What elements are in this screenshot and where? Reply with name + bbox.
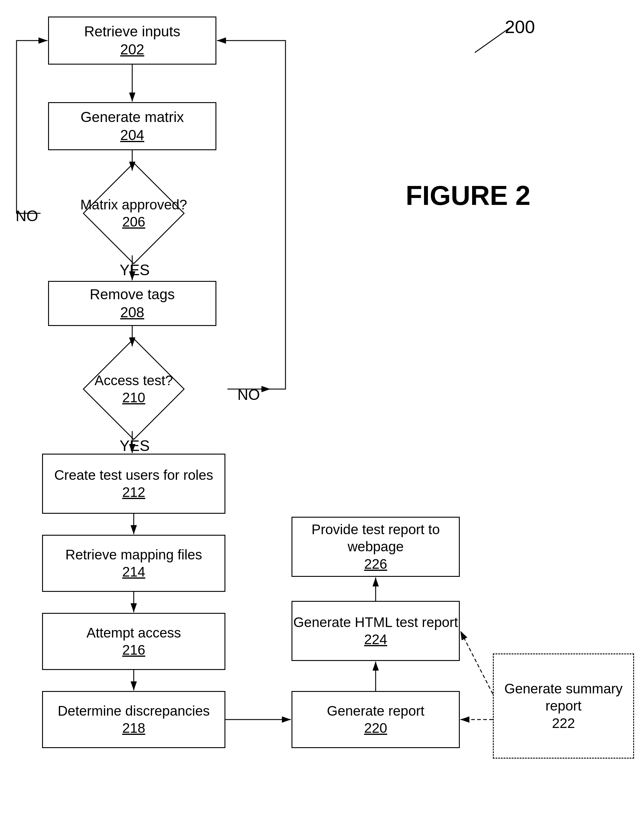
box-224-number: 224 <box>364 631 387 648</box>
figure-label: FIGURE 2 <box>406 180 530 211</box>
box-218-label: Determine discrepancies <box>58 703 210 720</box>
box-214-number: 214 <box>122 563 145 581</box>
box-216-label: Attempt access <box>86 624 181 642</box>
box-220: Generate report 220 <box>292 691 460 748</box>
box-214-label: Retrieve mapping files <box>65 546 202 564</box>
box-224-label: Generate HTML test report <box>293 614 458 631</box>
diamond-210-wrapper: Access test? 210 <box>41 347 227 431</box>
box-208-label: Remove tags <box>90 285 175 303</box>
box-220-label: Generate report <box>327 703 425 720</box>
box-222: Generate summary report 222 <box>493 654 634 759</box>
box-212-number: 212 <box>122 484 145 501</box>
diamond-206-label: Matrix approved? 206 <box>80 196 187 231</box>
box-204-label: Generate matrix <box>80 108 184 126</box>
box-202-label: Retrieve inputs <box>84 22 180 41</box>
yes-label-206: YES <box>119 261 150 279</box>
box-202: Retrieve inputs 202 <box>48 17 216 64</box>
diamond-206-wrapper: Matrix approved? 206 <box>41 171 227 256</box>
box-212-label: Create test users for roles <box>54 467 213 484</box>
box-212: Create test users for roles 212 <box>42 454 225 514</box>
box-226-label: Provide test report to webpage <box>292 521 459 555</box>
box-218-number: 218 <box>122 720 145 737</box>
ref-number-200: 200 <box>505 17 535 37</box>
no-label-206: NO <box>16 207 38 225</box>
yes-label-210: YES <box>119 437 150 455</box>
diamond-210-label: Access test? 210 <box>95 372 173 406</box>
box-208: Remove tags 208 <box>48 281 216 326</box>
box-204-number: 204 <box>120 126 144 144</box>
box-222-label: Generate summary report <box>494 680 633 715</box>
box-208-number: 208 <box>120 303 144 321</box>
box-202-number: 202 <box>120 41 144 59</box>
svg-line-15 <box>460 631 493 694</box>
box-216-number: 216 <box>122 641 145 659</box>
no-label-210: NO <box>237 386 260 403</box>
diagram-container: 200 FIGURE 2 Retrieve inputs 202 Generat… <box>0 0 644 828</box>
box-218: Determine discrepancies 218 <box>42 691 225 748</box>
box-222-number: 222 <box>552 715 575 732</box>
box-216: Attempt access 216 <box>42 613 225 670</box>
box-220-number: 220 <box>364 720 387 737</box>
box-204: Generate matrix 204 <box>48 102 216 150</box>
box-226: Provide test report to webpage 226 <box>292 517 460 577</box>
box-226-number: 226 <box>364 555 387 573</box>
box-224: Generate HTML test report 224 <box>292 601 460 661</box>
box-214: Retrieve mapping files 214 <box>42 535 225 592</box>
